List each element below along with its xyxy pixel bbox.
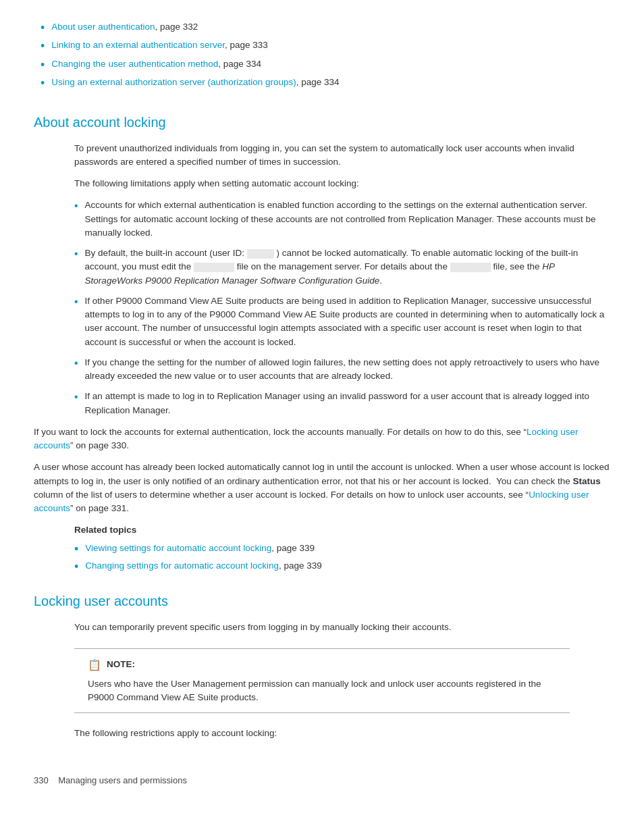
section1-bullet-2-text: By default, the built-in account (user I…: [85, 246, 610, 288]
section1-bullet-1: • Accounts for which external authentica…: [74, 199, 610, 240]
page-number: 330: [34, 775, 49, 785]
related-topic-2-text: Changing settings for automatic account …: [85, 559, 322, 573]
about-account-locking-title: About account locking: [34, 112, 610, 132]
section2-para2: The following restrictions apply to acco…: [34, 727, 610, 740]
changing-auth-method-link[interactable]: Changing the user authentication method: [51, 59, 218, 69]
top-link-item-2: • Linking to an external authentication …: [41, 38, 610, 54]
note-text: Users who have the User Management permi…: [88, 677, 556, 705]
note-label: NOTE:: [107, 658, 135, 671]
changing-settings-link[interactable]: Changing settings for automatic account …: [85, 561, 279, 571]
related-topic-1-pageref: page 339: [277, 543, 315, 553]
external-auth-server-link[interactable]: Using an external authorization server (…: [51, 77, 296, 87]
top-links-list: • About user authentication, page 332 • …: [34, 20, 610, 92]
inner-dot-5: •: [74, 390, 78, 405]
related-topic-1: • Viewing settings for automatic account…: [74, 542, 610, 557]
top-link-3-pageref: page 334: [223, 59, 261, 69]
related-topics-title: Related topics: [34, 523, 610, 537]
section1-para1: To prevent unauthorized individuals from…: [34, 142, 610, 170]
locking-user-accounts-title: Locking user accounts: [34, 591, 610, 611]
top-link-2-pageref: page 333: [230, 40, 268, 50]
section1-para2: The following limitations apply when set…: [34, 177, 610, 190]
related-topics-list: • Viewing settings for automatic account…: [34, 542, 610, 575]
inner-dot-3: •: [74, 294, 78, 309]
about-user-auth-link[interactable]: About user authentication: [51, 22, 155, 32]
section2-para1: You can temporarily prevent specific use…: [34, 621, 610, 634]
section1-bullets: • Accounts for which external authentica…: [34, 199, 610, 417]
redacted-file2: [450, 263, 491, 272]
top-link-item-1: • About user authentication, page 332: [41, 20, 610, 36]
section1-bullet-2: • By default, the built-in account (user…: [74, 246, 610, 288]
redacted-file1: [194, 263, 234, 272]
related-dot-1: •: [74, 542, 78, 557]
locking-user-accounts-link[interactable]: Locking user accounts: [34, 427, 578, 450]
bullet-dot-2: •: [41, 38, 45, 54]
related-dot-2: •: [74, 559, 78, 575]
related-topic-1-text: Viewing settings for automatic account l…: [85, 542, 315, 555]
inner-dot-4: •: [74, 356, 78, 371]
note-icon: 📋: [88, 657, 101, 673]
unlocking-user-accounts-link[interactable]: Unlocking user accounts: [34, 490, 589, 513]
top-link-4-text: Using an external authorization server (…: [51, 76, 339, 89]
related-topic-2-pageref: page 339: [284, 561, 322, 571]
page-footer: 330 Managing users and permissions: [34, 774, 610, 787]
linking-external-auth-link[interactable]: Linking to an external authentication se…: [51, 40, 225, 50]
bullet-dot-4: •: [41, 76, 45, 91]
top-link-1-text: About user authentication, page 332: [51, 20, 198, 34]
top-link-item-4: • Using an external authorization server…: [41, 76, 610, 91]
viewing-settings-link[interactable]: Viewing settings for automatic account l…: [85, 543, 271, 553]
top-link-2-text: Linking to an external authentication se…: [51, 38, 268, 52]
footer-text: Managing users and permissions: [58, 775, 187, 785]
redacted-userid: [247, 249, 274, 259]
top-link-item-3: • Changing the user authentication metho…: [41, 57, 610, 73]
inner-dot-2: •: [74, 246, 78, 261]
note-header: 📋 NOTE:: [88, 657, 556, 673]
section1-bullet-1-text: Accounts for which external authenticati…: [85, 199, 610, 240]
top-link-1-pageref: page 332: [160, 22, 198, 32]
section1-bullet-4-text: If you change the setting for the number…: [85, 356, 610, 384]
top-link-3-text: Changing the user authentication method,…: [51, 57, 261, 71]
section1-bullet-5-text: If an attempt is made to log in to Repli…: [85, 390, 610, 417]
section1-bullet-3-text: If other P9000 Command View AE Suite pro…: [85, 294, 610, 349]
note-box: 📋 NOTE: Users who have the User Manageme…: [74, 648, 570, 714]
section1-para3: If you want to lock the accounts for ext…: [34, 425, 610, 453]
top-link-4-pageref: page 334: [301, 77, 339, 87]
inner-dot-1: •: [74, 199, 78, 213]
section1-bullet-5: • If an attempt is made to log in to Rep…: [74, 390, 610, 417]
related-topic-2: • Changing settings for automatic accoun…: [74, 559, 610, 575]
status-bold-label: Status: [572, 476, 600, 486]
bullet-dot-3: •: [41, 57, 45, 73]
section1-para4: A user whose account has already been lo…: [34, 461, 610, 515]
section1-bullet-3: • If other P9000 Command View AE Suite p…: [74, 294, 610, 349]
bullet-dot-1: •: [41, 20, 45, 36]
section1-bullet-4: • If you change the setting for the numb…: [74, 356, 610, 384]
